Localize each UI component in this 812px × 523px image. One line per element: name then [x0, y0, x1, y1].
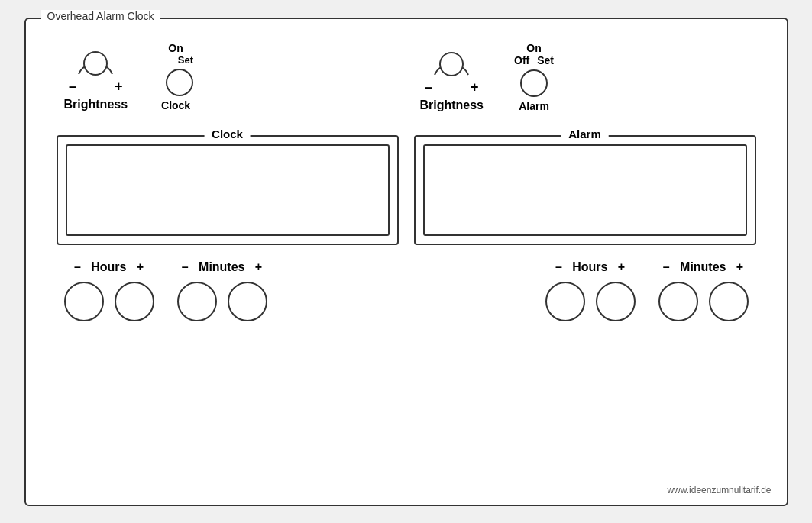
clock-display-group: Clock [57, 135, 399, 245]
alarm-set-label: Set [537, 54, 554, 66]
clock-control: On Set Clock [158, 42, 193, 111]
bottom-left-controls: – Hours + – Minutes + [64, 260, 267, 321]
right-brightness-arc [429, 46, 474, 76]
left-brightness-control: – + Brightness [64, 45, 128, 111]
bottom-right-minutes-label: – Minutes + [663, 260, 743, 274]
right-brightness-label: Brightness [419, 98, 484, 112]
bottom-left-minutes-plus-button[interactable] [228, 282, 267, 321]
alarm-display-title: Alarm [561, 128, 609, 140]
alarm-label: Alarm [519, 100, 549, 112]
panel-title: Overhead Alarm Clock [41, 10, 160, 22]
bottom-right-minutes-buttons [658, 282, 749, 321]
right-brightness-plus: + [471, 79, 479, 95]
left-brightness-knob[interactable] [83, 51, 108, 76]
alarm-knob[interactable] [520, 69, 548, 97]
bottom-right-controls: – Hours + – Minutes + [545, 260, 749, 321]
bottom-left-hours-minus-button[interactable] [64, 282, 104, 321]
bottom-right-minutes: – Minutes + [658, 260, 749, 321]
clock-top-labels: On Set [158, 42, 193, 66]
bottom-right-hours-buttons [545, 282, 636, 321]
left-brightness-minus: – [69, 79, 76, 95]
bottom-left-minutes-buttons [177, 282, 267, 321]
right-brightness-knob[interactable] [439, 52, 464, 76]
left-brightness-plus: + [115, 79, 123, 95]
main-panel: Overhead Alarm Clock – + Brightness [24, 18, 788, 506]
alarm-on-label: On [526, 42, 541, 54]
alarm-display-group: Alarm [414, 135, 756, 245]
bottom-left-minutes-minus-button[interactable] [177, 282, 217, 321]
left-brightness-arc [73, 45, 118, 76]
left-half: – + Brightness On Set Clock [64, 42, 393, 111]
bottom-left-hours-buttons [64, 282, 154, 321]
clock-display-title: Clock [204, 128, 251, 140]
bottom-right-hours-plus-button[interactable] [596, 282, 636, 321]
clock-label: Clock [161, 99, 190, 111]
bottom-right-hours-label: – Hours + [555, 260, 625, 274]
right-brightness-minus: – [425, 79, 432, 95]
alarm-screen [423, 144, 747, 236]
alarm-on-off-set: Off Set [514, 54, 554, 66]
bottom-section: – Hours + – Minutes + [49, 260, 764, 321]
alarm-control: On Off Set Alarm [514, 42, 554, 112]
top-section: – + Brightness On Set Clock [49, 42, 764, 112]
bottom-left-minutes: – Minutes + [177, 260, 267, 321]
alarm-off-label: Off [514, 54, 529, 66]
website-url: www.ideenzumnulltarif.de [667, 485, 771, 496]
left-brightness-minus-plus: – + [69, 79, 123, 95]
bottom-right-minutes-plus-button[interactable] [709, 282, 749, 321]
bottom-left-hours-label: – Hours + [74, 260, 144, 274]
right-brightness-control: – + Brightness [419, 46, 484, 112]
bottom-left-hours: – Hours + [64, 260, 154, 321]
right-half: – + Brightness On Off Set Alarm [419, 42, 748, 112]
bottom-left-minutes-label: – Minutes + [182, 260, 262, 274]
clock-on-label: On [168, 42, 183, 54]
bottom-right-hours-minus-button[interactable] [545, 282, 585, 321]
bottom-left-hours-plus-button[interactable] [115, 282, 154, 321]
clock-set-label: Set [178, 54, 193, 66]
clock-knob[interactable] [166, 69, 193, 96]
alarm-top-labels: On Off Set [514, 42, 554, 66]
bottom-right-hours: – Hours + [545, 260, 636, 321]
middle-section: Clock Alarm [49, 135, 764, 245]
bottom-right-minutes-minus-button[interactable] [658, 282, 698, 321]
clock-screen [66, 144, 390, 236]
right-brightness-minus-plus: – + [425, 79, 479, 95]
left-brightness-label: Brightness [64, 98, 128, 111]
